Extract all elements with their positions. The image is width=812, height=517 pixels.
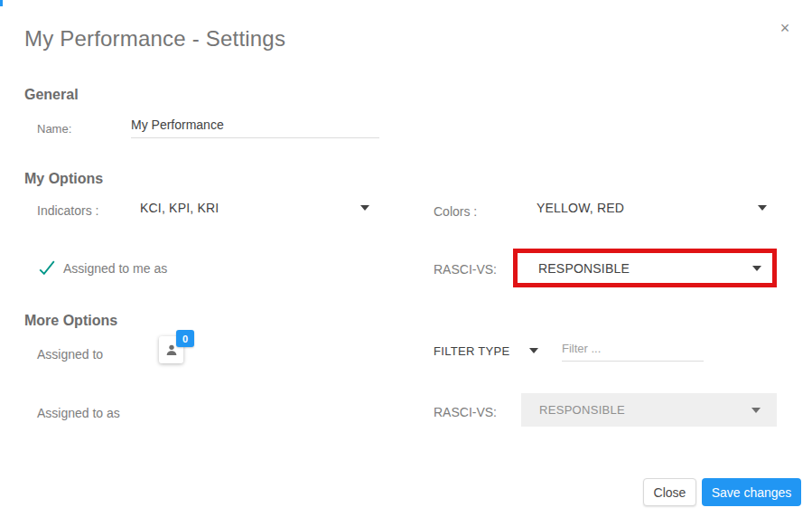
rasci-vs-value: RESPONSIBLE xyxy=(538,261,630,276)
filter-type-label: FILTER TYPE xyxy=(434,344,509,358)
dialog-title: My Performance - Settings xyxy=(24,26,285,52)
chevron-down-icon xyxy=(360,205,369,211)
chevron-down-icon xyxy=(752,266,761,271)
assigned-to-count-badge: 0 xyxy=(176,330,194,347)
chevron-down-icon xyxy=(529,348,538,353)
rasci-vs-select-disabled: RESPONSIBLE xyxy=(521,393,777,427)
settings-dialog: × My Performance - Settings General Name… xyxy=(0,0,812,517)
filter-input[interactable] xyxy=(562,338,704,362)
indicators-label: Indicators : xyxy=(37,203,98,218)
chevron-down-icon xyxy=(758,205,767,211)
filter-type-select[interactable]: FILTER TYPE xyxy=(434,342,538,360)
assigned-to-label: Assigned to xyxy=(37,347,103,362)
colors-label: Colors : xyxy=(434,204,477,219)
chevron-down-icon xyxy=(751,408,761,413)
red-highlight-box: RESPONSIBLE xyxy=(513,249,777,287)
assigned-to-me-label: Assigned to me as xyxy=(63,261,167,276)
rasci-vs-label: RASCI-VS: xyxy=(434,262,497,277)
rasci-vs-label-2: RASCI-VS: xyxy=(434,405,497,419)
close-button[interactable]: Close xyxy=(643,478,696,506)
rasci-vs-disabled-value: RESPONSIBLE xyxy=(539,403,625,417)
assigned-to-as-label: Assigned to as xyxy=(37,406,120,420)
scrollbar-artifact xyxy=(0,0,3,6)
rasci-vs-select[interactable]: RESPONSIBLE xyxy=(518,257,772,280)
indicators-value: KCI, KPI, KRI xyxy=(140,201,219,215)
name-input[interactable] xyxy=(131,114,379,138)
general-heading: General xyxy=(24,87,79,103)
more-options-heading: More Options xyxy=(24,313,117,329)
save-changes-button[interactable]: Save changes xyxy=(702,478,801,506)
name-label: Name: xyxy=(37,122,71,136)
indicators-select[interactable]: KCI, KPI, KRI xyxy=(131,196,369,220)
check-icon[interactable] xyxy=(37,258,57,277)
colors-select[interactable]: YELLOW, RED xyxy=(527,196,767,220)
close-icon[interactable]: × xyxy=(773,16,797,40)
my-options-heading: My Options xyxy=(24,171,103,187)
colors-value: YELLOW, RED xyxy=(537,201,624,215)
